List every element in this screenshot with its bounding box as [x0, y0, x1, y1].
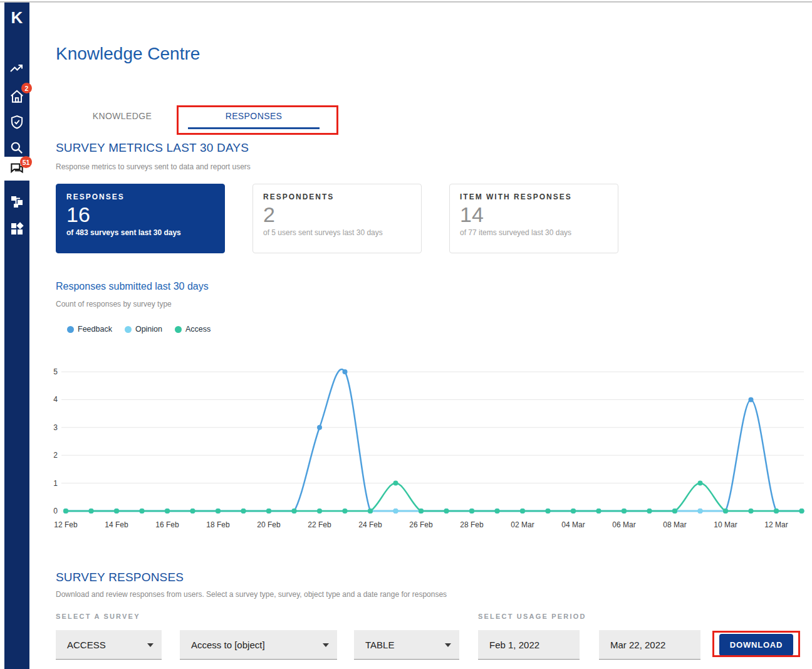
chart-point-opinion [393, 508, 398, 514]
chart-x-label: 06 Mar [612, 520, 635, 529]
chart-point-access [140, 508, 145, 514]
legend-item-opinion[interactable]: Opinion [125, 325, 162, 334]
chevron-down-icon [147, 643, 154, 647]
legend-dot [125, 326, 132, 333]
app-logo: K [4, 6, 29, 29]
window-top-border [0, 1, 812, 3]
chart-point-access [749, 508, 754, 514]
survey-select[interactable]: Access to [object] [180, 630, 337, 660]
survey-type-value: ACCESS [67, 640, 106, 650]
chart-x-label: 14 Feb [105, 520, 128, 529]
chart-point-access [698, 481, 703, 486]
legend-label: Access [185, 325, 211, 334]
shield-check-icon [9, 114, 25, 130]
sidebar-item-hierarchy[interactable] [4, 191, 29, 212]
survey-value: Access to [object] [191, 640, 265, 650]
dashboard-icon [9, 221, 24, 236]
chart-x-label: 22 Feb [308, 520, 331, 529]
chart-point-access [622, 508, 627, 514]
metric-card-items-with-responses[interactable]: ITEM WITH RESPONSES 14 of 77 items surve… [449, 184, 618, 253]
legend-item-access[interactable]: Access [175, 325, 211, 334]
chart-point-access [419, 508, 424, 514]
chart-y-label: 4 [53, 395, 58, 404]
end-date-field[interactable]: Mar 22, 2022 [599, 630, 700, 660]
chart-point-access [672, 508, 677, 514]
chart-point-access [89, 508, 94, 514]
chart-x-label: 02 Mar [511, 520, 534, 529]
legend-dot [67, 326, 74, 333]
chart-point-access [114, 508, 119, 514]
chart-point-access [774, 508, 779, 514]
chart-x-label: 12 Mar [764, 520, 788, 529]
metric-value: 16 [66, 203, 214, 226]
metrics-section-subtitle: Response metrics to surveys sent to data… [56, 162, 251, 171]
sidebar-item-compliance[interactable] [4, 112, 29, 133]
tab-responses[interactable]: RESPONSES [188, 103, 320, 129]
metric-caption: of 483 surveys sent last 30 days [66, 228, 214, 237]
metric-value: 14 [460, 203, 608, 226]
chart-x-label: 10 Mar [714, 520, 737, 529]
metric-cards: RESPONSES 16 of 483 surveys sent last 30… [56, 184, 618, 253]
metric-card-respondents[interactable]: RESPONDENTS 2 of 5 users sent surveys la… [252, 184, 422, 253]
sidebar-item-dashboards[interactable] [4, 218, 29, 240]
usage-period-label: SELECT USAGE PERIOD [478, 613, 586, 620]
chart-point-access [393, 481, 398, 486]
metric-caption: of 5 users sent surveys last 30 days [263, 228, 411, 237]
chart-point-access [723, 508, 728, 514]
chart-point-access [292, 508, 297, 514]
chevron-down-icon [445, 643, 451, 647]
chart-x-label: 28 Feb [460, 520, 484, 529]
chart-point-feedback [317, 425, 322, 430]
metric-value: 2 [263, 203, 411, 226]
download-button[interactable]: DOWNLOAD [719, 634, 793, 656]
responses-chart: 01234512 Feb14 Feb16 Feb18 Feb20 Feb22 F… [38, 361, 812, 539]
object-type-select[interactable]: TABLE [354, 630, 459, 660]
filter-controls-row: ACCESS Access to [object] TABLE Feb 1, 2… [0, 630, 812, 660]
sidebar-item-analytics[interactable] [4, 58, 29, 79]
chart-x-label: 08 Mar [663, 520, 686, 529]
chart-point-access [165, 508, 170, 514]
chart-y-label: 5 [53, 367, 58, 376]
legend-label: Feedback [78, 325, 112, 334]
metric-caption: of 77 items surveyed last 30 days [460, 228, 608, 237]
chart-point-access [266, 508, 271, 514]
metrics-section-title: SURVEY METRICS LAST 30 DAYS [56, 141, 249, 155]
chart-point-access [571, 508, 576, 514]
active-tab-indicator [188, 127, 320, 129]
legend-dot [175, 326, 182, 333]
metric-label: ITEM WITH RESPONSES [460, 192, 608, 201]
chart-point-access [368, 508, 373, 514]
chart-point-feedback [343, 369, 348, 374]
trending-up-icon [9, 61, 24, 76]
metric-card-responses[interactable]: RESPONSES 16 of 483 surveys sent last 30… [56, 184, 225, 253]
chart-point-access [444, 508, 449, 514]
tab-knowledge[interactable]: KNOWLEDGE [56, 103, 188, 129]
chart-point-access [520, 508, 525, 514]
chart-point-opinion [698, 508, 703, 514]
chart-point-access [469, 508, 474, 514]
select-survey-label: SELECT A SURVEY [56, 613, 140, 620]
start-date-field[interactable]: Feb 1, 2022 [478, 630, 580, 660]
legend-label: Opinion [135, 325, 162, 334]
legend-item-feedback[interactable]: Feedback [67, 325, 112, 334]
chart-x-label: 12 Feb [54, 520, 78, 529]
survey-type-select[interactable]: ACCESS [56, 630, 162, 660]
end-date-value: Mar 22, 2022 [610, 640, 665, 650]
chevron-down-icon [323, 643, 329, 647]
survey-responses-title: SURVEY RESPONSES [56, 571, 184, 584]
object-type-value: TABLE [365, 640, 394, 650]
chart-legend: FeedbackOpinionAccess [67, 325, 211, 334]
chart-point-access [241, 508, 246, 514]
chart-x-label: 26 Feb [409, 520, 433, 529]
chart-y-label: 0 [53, 507, 58, 515]
chart-y-label: 2 [53, 451, 58, 460]
responses-line-chart: 01234512 Feb14 Feb16 Feb18 Feb20 Feb22 F… [38, 361, 812, 539]
tab-bar: KNOWLEDGE RESPONSES [56, 103, 320, 129]
search-icon [9, 140, 25, 156]
chart-point-access [596, 508, 601, 514]
survey-responses-subtitle: Download and review responses from users… [56, 590, 447, 599]
sidebar-item-search[interactable] [4, 137, 29, 159]
chart-point-feedback [749, 397, 754, 402]
chart-x-label: 20 Feb [257, 520, 281, 529]
page-title: Knowledge Centre [56, 44, 200, 64]
